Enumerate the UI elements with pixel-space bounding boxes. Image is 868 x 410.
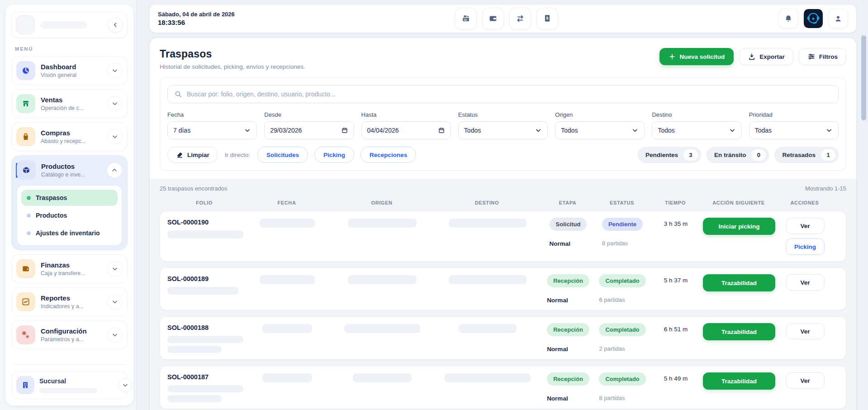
sidebar-item-title: Compras bbox=[41, 129, 86, 137]
export-button[interactable]: Exportar bbox=[739, 48, 793, 65]
etapa-chip: Recepción bbox=[547, 274, 589, 287]
user-menu-button[interactable] bbox=[828, 9, 848, 29]
chevron-down-icon[interactable] bbox=[107, 129, 123, 144]
app-name-placeholder bbox=[40, 21, 87, 29]
transfers-button[interactable] bbox=[509, 8, 531, 29]
chevron-down-icon[interactable] bbox=[107, 294, 123, 310]
column-header: ACCIONES bbox=[778, 200, 832, 205]
invoice-button[interactable] bbox=[536, 8, 558, 29]
next-action-button[interactable]: Iniciar picking bbox=[703, 218, 775, 235]
sidebar-item-title: Finanzas bbox=[41, 261, 85, 269]
picking-button[interactable]: Picking bbox=[786, 238, 825, 255]
eraser-icon bbox=[175, 151, 184, 159]
next-action-button[interactable]: Trazabilidad bbox=[703, 372, 775, 390]
etapa-chip: Recepción bbox=[547, 372, 589, 386]
fecha-select[interactable]: 7 días bbox=[167, 121, 257, 139]
page-subtitle: Historial de solicitudes, picking, envío… bbox=[160, 63, 305, 70]
ver-button[interactable]: Ver bbox=[786, 274, 825, 291]
cash-register-button[interactable] bbox=[455, 8, 477, 29]
prioridad-select[interactable]: Todas bbox=[749, 121, 839, 139]
column-header: ORIGEN bbox=[332, 200, 432, 205]
sliders-icon bbox=[807, 52, 816, 61]
direct-link-recepciones[interactable]: Recepciones bbox=[360, 147, 416, 163]
wallet-button[interactable] bbox=[482, 8, 504, 29]
chevron-up-icon[interactable] bbox=[107, 162, 122, 178]
redacted-origen bbox=[348, 275, 417, 284]
app-logo bbox=[16, 15, 35, 34]
filter-field-prioridad: Prioridad Todas bbox=[749, 111, 839, 139]
column-header: DESTINO bbox=[432, 200, 542, 205]
direct-link-picking[interactable]: Picking bbox=[314, 147, 354, 163]
next-action-button[interactable]: Trazabilidad bbox=[703, 274, 775, 291]
quick-actions bbox=[455, 8, 558, 29]
status-chip: Completado bbox=[599, 372, 645, 386]
table-header-row: FOLIO FECHA ORIGEN DESTINO ETAPA ESTATUS… bbox=[160, 198, 846, 211]
redacted-text bbox=[167, 395, 222, 402]
notifications-button[interactable] bbox=[778, 9, 798, 29]
chevron-down-icon[interactable] bbox=[107, 261, 123, 277]
chevron-down-icon[interactable] bbox=[107, 96, 123, 111]
sidebar-logo-card bbox=[11, 12, 128, 38]
chevron-down-icon bbox=[729, 127, 736, 134]
sidebar-item-finanzas[interactable]: Finanzas Caja y transfere... bbox=[11, 254, 128, 283]
partidas-label: 8 partidas bbox=[602, 240, 628, 247]
products-icon bbox=[17, 161, 36, 180]
partidas-label: 6 partidas bbox=[599, 296, 625, 303]
filters-button[interactable]: Filtros bbox=[799, 48, 846, 65]
chevron-down-icon[interactable] bbox=[118, 378, 133, 392]
counter-pendientes[interactable]: Pendientes 3 bbox=[638, 147, 701, 163]
sidebar-item-dashboard[interactable]: Dashboard Visión general bbox=[11, 56, 128, 85]
redacted-text bbox=[167, 336, 243, 343]
ver-button[interactable]: Ver bbox=[786, 323, 825, 339]
search-input[interactable] bbox=[187, 91, 832, 98]
subitem-label: Ajustes de inventario bbox=[36, 229, 100, 237]
clear-filters-button[interactable]: Limpiar bbox=[167, 147, 218, 163]
desde-date-input[interactable]: 29/03/2026 bbox=[264, 121, 354, 139]
chevron-down-icon[interactable] bbox=[107, 327, 123, 343]
redacted-text bbox=[167, 346, 222, 353]
sidebar-item-subtitle: Visión general bbox=[41, 72, 76, 78]
search-box bbox=[167, 85, 839, 103]
priority-label: Normal bbox=[547, 395, 568, 402]
sidebar-item-configuracion[interactable]: Configuración Parámetros y a... bbox=[11, 320, 128, 349]
sidebar-subitem-ajustes[interactable]: Ajustes de inventario bbox=[21, 225, 118, 241]
plus-icon bbox=[669, 53, 676, 60]
sidebar-item-productos[interactable]: Productos Catálogo e inve... bbox=[12, 156, 127, 185]
sidebar-collapse-button[interactable] bbox=[108, 17, 123, 33]
avatar[interactable] bbox=[804, 9, 823, 28]
dot-icon bbox=[27, 214, 31, 218]
redacted-fecha bbox=[262, 373, 312, 382]
destino-select[interactable]: Todos bbox=[652, 121, 741, 139]
direct-link-solicitudes[interactable]: Solicitudes bbox=[257, 147, 308, 163]
page-title: Traspasos bbox=[160, 48, 305, 60]
priority-label: Normal bbox=[550, 240, 571, 247]
content-card: Traspasos Historial de solicitudes, pick… bbox=[150, 38, 856, 410]
invoice-icon bbox=[542, 14, 552, 24]
sidebar-item-compras[interactable]: Compras Abasto y recepc... bbox=[11, 122, 128, 151]
reports-icon bbox=[16, 292, 35, 311]
ver-button[interactable]: Ver bbox=[786, 218, 825, 234]
sidebar-subitem-traspasos[interactable]: Traspasos bbox=[21, 190, 118, 206]
counter-en-transito[interactable]: En tránsito 0 bbox=[707, 147, 769, 163]
bell-icon bbox=[784, 14, 793, 23]
chevron-down-icon[interactable] bbox=[107, 63, 123, 78]
sidebar-divider bbox=[13, 364, 126, 365]
redacted-text bbox=[167, 385, 243, 392]
next-action-button[interactable]: Trazabilidad bbox=[703, 323, 775, 340]
sidebar-subitem-productos[interactable]: Productos bbox=[21, 207, 118, 224]
sidebar-item-reportes[interactable]: Reportes Indicadores y a... bbox=[11, 287, 128, 316]
new-request-button[interactable]: Nueva solicitud bbox=[659, 48, 734, 65]
sidebar-item-subtitle: Catálogo e inve... bbox=[41, 172, 85, 178]
table-row: SOL-0000189 RecepciónNormal Completado6 … bbox=[160, 267, 846, 310]
sidebar-item-ventas[interactable]: Ventas Operación de c... bbox=[11, 89, 128, 118]
branch-selector[interactable]: Sucursal bbox=[11, 371, 128, 399]
folio-value: SOL-0000188 bbox=[167, 324, 209, 331]
hasta-date-input[interactable]: 04/04/2026 bbox=[361, 121, 451, 139]
scrollbar-thumb[interactable] bbox=[861, 35, 866, 120]
counter-retrasados[interactable]: Retrasados 1 bbox=[774, 147, 839, 163]
status-chip: Completado bbox=[599, 323, 645, 336]
ver-button[interactable]: Ver bbox=[786, 372, 825, 389]
estatus-select[interactable]: Todos bbox=[458, 121, 548, 139]
origen-select[interactable]: Todos bbox=[555, 121, 645, 139]
sales-icon bbox=[16, 94, 35, 113]
